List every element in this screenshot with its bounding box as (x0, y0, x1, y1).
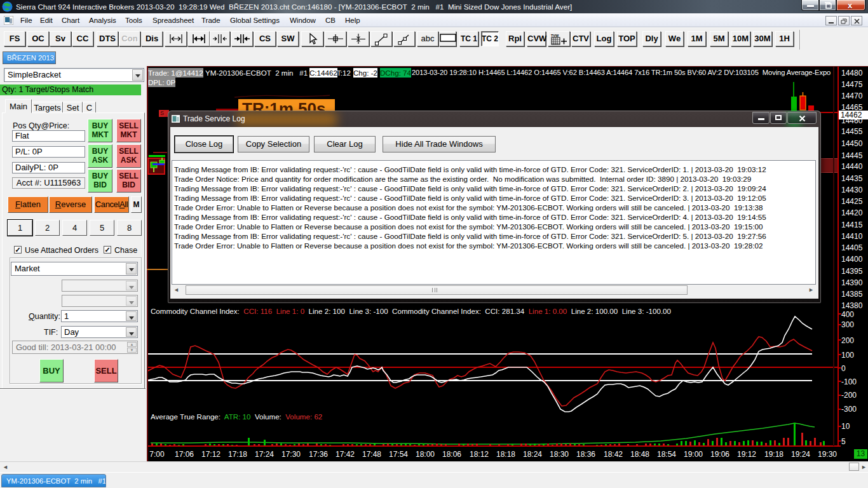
svg-text:TVW: TVW (551, 34, 559, 37)
